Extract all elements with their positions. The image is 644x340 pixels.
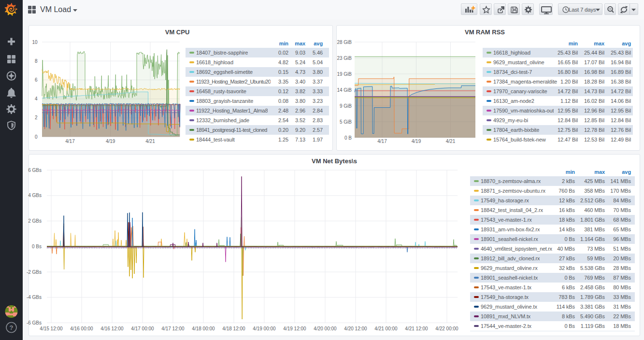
svg-text:?: ? (10, 324, 14, 331)
